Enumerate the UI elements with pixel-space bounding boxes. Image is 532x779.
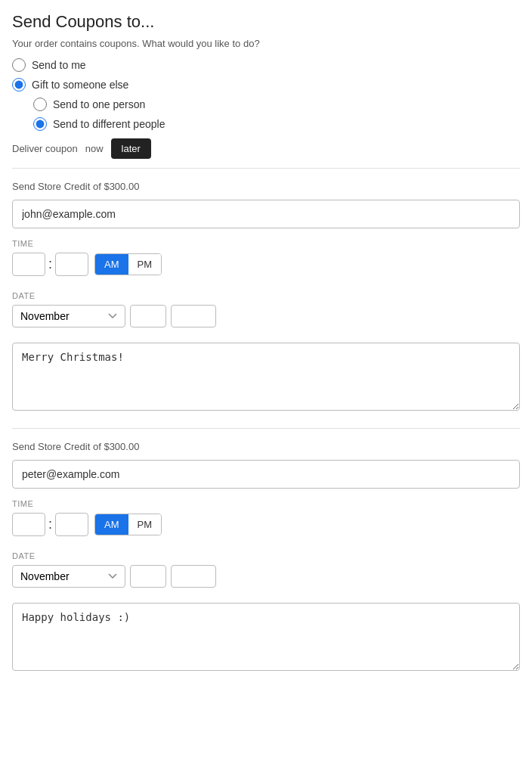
radio-send-different-input[interactable] [33, 117, 47, 131]
coupon1-time-row: : AM PM [12, 253, 520, 276]
coupon2-year-input[interactable] [171, 565, 216, 588]
coupon-block-1: Send Store Credit of $300.00 TIME : AM P… [12, 181, 520, 413]
coupon1-email-input[interactable] [12, 200, 520, 228]
coupon2-section-title: Send Store Credit of $300.00 [12, 441, 520, 452]
coupon1-minute-input[interactable] [55, 253, 88, 276]
coupon1-date-label: DATE [12, 291, 520, 300]
coupon1-day-input[interactable] [130, 305, 166, 327]
coupon1-am-button[interactable]: AM [95, 254, 128, 275]
deliver-label: Deliver coupon [12, 143, 78, 154]
coupon2-message-textarea[interactable]: Happy holidays :) [12, 603, 520, 671]
coupon2-minute-input[interactable] [55, 513, 88, 536]
coupon1-year-input[interactable] [171, 305, 216, 327]
radio-send-one-input[interactable] [33, 98, 47, 111]
page-title: Send Coupons to... [12, 12, 520, 32]
coupon2-hour-input[interactable] [12, 513, 45, 536]
send-different-label[interactable]: Send to different people [53, 118, 165, 130]
radio-send-one[interactable]: Send to one person [33, 98, 520, 111]
coupon2-time-sep: : [45, 517, 55, 532]
coupon2-date-section: DATE January February March April May Ju… [12, 551, 520, 588]
radio-gift-input[interactable] [12, 78, 26, 92]
divider-2 [12, 428, 520, 429]
coupon1-date-row: January February March April May June Ju… [12, 305, 520, 327]
coupon2-day-input[interactable] [130, 565, 166, 588]
coupon2-am-button[interactable]: AM [95, 514, 128, 535]
radio-send-to-me-input[interactable] [12, 58, 26, 72]
coupon1-date-section: DATE January February March April May Ju… [12, 291, 520, 327]
send-one-label[interactable]: Send to one person [53, 98, 145, 110]
coupon2-date-label: DATE [12, 551, 520, 560]
coupon2-ampm-group: AM PM [94, 514, 162, 535]
coupon2-time-row: : AM PM [12, 513, 520, 536]
deliver-later-button[interactable]: later [111, 138, 151, 159]
coupon2-time-label: TIME [12, 499, 520, 508]
coupon-block-2: Send Store Credit of $300.00 TIME : AM P… [12, 441, 520, 673]
coupon1-pm-button[interactable]: PM [128, 254, 162, 275]
coupon2-email-input[interactable] [12, 460, 520, 489]
deliver-row: Deliver coupon now later [12, 138, 520, 159]
gift-label[interactable]: Gift to someone else [32, 79, 128, 91]
radio-send-to-me[interactable]: Send to me [12, 58, 520, 72]
coupon2-time-section: TIME : AM PM [12, 499, 520, 536]
coupon1-section-title: Send Store Credit of $300.00 [12, 181, 520, 192]
coupon1-month-select[interactable]: January February March April May June Ju… [12, 305, 125, 327]
deliver-now: now [85, 143, 104, 154]
page-subtitle: Your order contains coupons. What would … [12, 38, 520, 49]
radio-gift[interactable]: Gift to someone else [12, 78, 520, 92]
coupon1-hour-input[interactable] [12, 253, 45, 276]
coupon1-time-section: TIME : AM PM [12, 239, 520, 276]
coupon2-date-row: January February March April May June Ju… [12, 565, 520, 588]
coupon1-time-sep: : [45, 256, 55, 272]
coupon2-month-select[interactable]: January February March April May June Ju… [12, 565, 125, 588]
send-to-me-label[interactable]: Send to me [32, 59, 86, 71]
coupon2-pm-button[interactable]: PM [128, 514, 162, 535]
coupon1-time-label: TIME [12, 239, 520, 248]
coupon1-message-textarea[interactable]: Merry Christmas! [12, 343, 520, 411]
coupon1-ampm-group: AM PM [94, 253, 162, 275]
divider-1 [12, 168, 520, 169]
radio-send-different[interactable]: Send to different people [33, 117, 520, 131]
